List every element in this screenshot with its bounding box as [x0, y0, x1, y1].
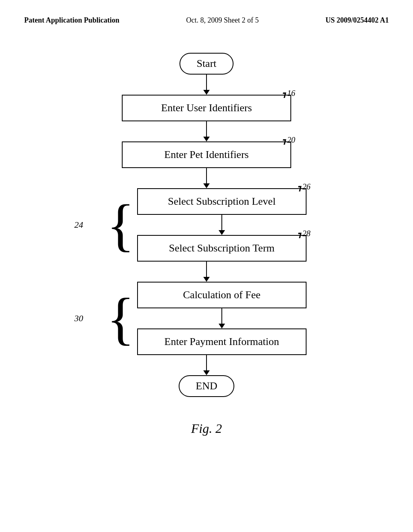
- step-16-label: ┓16: [282, 88, 295, 98]
- step-20-box: ┓20 Enter Pet Identifiers: [122, 141, 291, 168]
- arrow-line-6: [221, 308, 222, 324]
- arrow-2: [203, 121, 210, 141]
- brace-24-content: ┓26 Select Subscription Level ┓28 Select…: [137, 188, 307, 262]
- end-node: END: [179, 375, 234, 397]
- page-header: Patent Application Publication Oct. 8, 2…: [0, 0, 413, 33]
- arrow-head: [203, 90, 210, 95]
- start-node: Start: [179, 53, 233, 75]
- flowchart: Start ┓16 Enter User Identifiers ┓20 Ent…: [0, 53, 413, 397]
- arrow-line-4: [221, 215, 222, 230]
- arrow-line-5: [206, 262, 207, 277]
- publication-title: Patent Application Publication: [24, 16, 119, 25]
- arrow-head-2: [203, 137, 210, 141]
- arrow-head-4: [219, 230, 225, 235]
- brace-30-content: Calculation of Fee Enter Payment Informa…: [137, 282, 307, 355]
- step-20-label: ┓20: [282, 135, 295, 145]
- arrow-line-7: [206, 355, 207, 370]
- publication-number: US 2009/0254402 A1: [325, 16, 389, 25]
- figure-caption: Fig. 2: [0, 421, 413, 436]
- step-28-box: ┓28 Select Subscription Term: [137, 235, 307, 262]
- arrow-head-5: [203, 277, 210, 282]
- brace-24-symbol: {: [106, 196, 135, 254]
- arrow-6: [219, 308, 225, 328]
- brace-30-symbol: {: [106, 289, 135, 348]
- arrow-line-2: [206, 121, 207, 137]
- arrow-5: [203, 262, 210, 282]
- step-16-box: ┓16 Enter User Identifiers: [122, 95, 291, 121]
- arrow-line-3: [206, 168, 207, 183]
- brace-30-label: 30: [74, 313, 83, 324]
- arrow-line: [206, 75, 207, 90]
- brace-24-label: 24: [74, 220, 83, 230]
- brace-group-24: 24 { ┓26 Select Subscription Level ┓28 S…: [106, 188, 307, 262]
- arrow-7: [203, 355, 210, 375]
- arrow-4: [219, 215, 225, 235]
- calc-fee-box: Calculation of Fee: [137, 282, 307, 308]
- arrow-1: [203, 75, 210, 95]
- publication-date-sheet: Oct. 8, 2009 Sheet 2 of 5: [186, 16, 259, 25]
- arrow-head-6: [219, 324, 225, 328]
- step-26-label: ┓26: [298, 182, 311, 191]
- brace-group-30: 30 { Calculation of Fee Enter Payment In…: [106, 282, 307, 355]
- arrow-head-7: [203, 370, 210, 375]
- step-26-box: ┓26 Select Subscription Level: [137, 188, 307, 215]
- payment-info-box: Enter Payment Information: [137, 328, 307, 355]
- arrow-3: [203, 168, 210, 188]
- arrow-head-3: [203, 183, 210, 188]
- step-28-label: ┓28: [298, 229, 311, 238]
